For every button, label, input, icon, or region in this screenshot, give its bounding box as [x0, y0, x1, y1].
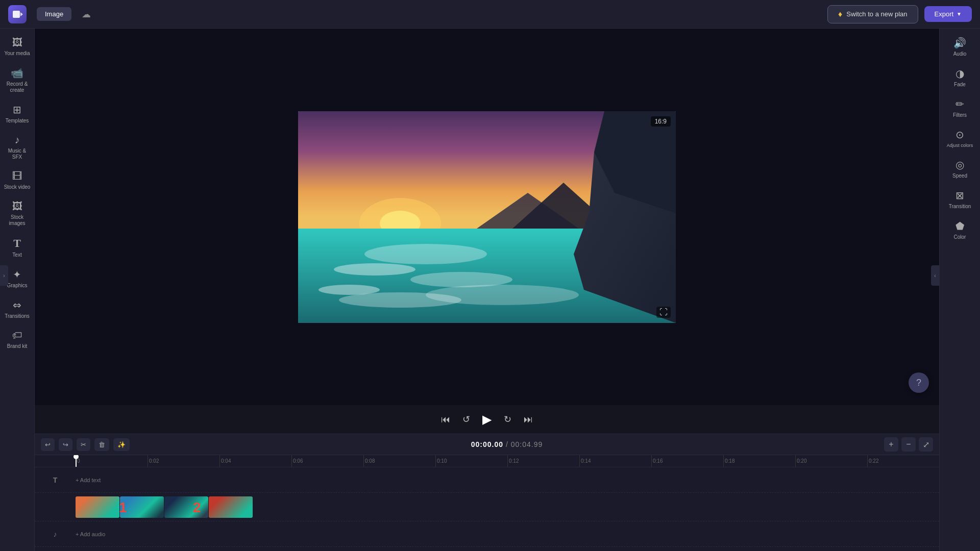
topbar: Image ☁ ♦ Switch to a new plan Export ▼	[0, 0, 980, 29]
sidebar-item-transitions[interactable]: ⇔ Transitions	[2, 295, 33, 323]
app-logo	[8, 5, 27, 23]
preview-area: 16:9 ⛶	[35, 29, 939, 405]
preview-scene	[298, 111, 676, 323]
cloud-icon-button[interactable]: ☁	[78, 7, 95, 22]
sidebar-item-label: Graphics	[7, 283, 27, 289]
stock-images-icon: 🖼	[12, 201, 22, 212]
sidebar-item-your-media[interactable]: 🖼 Your media	[2, 33, 33, 61]
ruler-mark: 0:14	[579, 455, 651, 467]
timeline-toolbar: ↩ ↪ ✂ 🗑 ✨ 00:00.00 / 00:04.99 + − ⤢	[35, 434, 939, 455]
skip-to-start-button[interactable]: ⏮	[439, 412, 452, 427]
sidebar-item-brand-kit[interactable]: 🏷 Brand kit	[2, 325, 33, 354]
export-label: Export	[935, 10, 954, 18]
sidebar-item-label: Record & create	[4, 81, 31, 93]
magic-button[interactable]: ✨	[113, 438, 130, 451]
zoom-out-button[interactable]: −	[901, 437, 916, 452]
ruler-mark: 0:12	[507, 455, 579, 467]
switch-plan-button[interactable]: ♦ Switch to a new plan	[827, 5, 918, 23]
sidebar-item-templates[interactable]: ⊞ Templates	[2, 99, 33, 128]
playback-controls: ⏮ ↺ ▶ ↻ ⏭	[35, 405, 939, 434]
add-audio-button[interactable]: + Add audio	[76, 531, 105, 537]
svg-rect-0	[13, 11, 20, 18]
export-button[interactable]: Export ▼	[924, 6, 972, 22]
sidebar-item-stock-images[interactable]: 🖼 Stock images	[2, 196, 33, 231]
ruler-mark: 0:10	[435, 455, 507, 467]
sidebar-item-stock-video[interactable]: 🎞 Stock video	[2, 166, 33, 194]
ruler-mark: 0:04	[219, 455, 291, 467]
help-button[interactable]: ?	[909, 372, 929, 393]
timeline-tracks: T + Add text 1 2	[35, 467, 939, 551]
preview-video: 16:9 ⛶	[298, 111, 676, 323]
sidebar-item-transition[interactable]: ⊠ Transition	[942, 185, 978, 214]
center-area: 16:9 ⛶ ⏮ ↺ ▶ ↻ ⏭ ↩ ↪ ✂ 🗑 ✨ 00:00.00 / 00…	[35, 29, 939, 551]
text-track-icon: T	[53, 476, 58, 484]
timeline-number-1: 1	[119, 499, 127, 516]
adjust-colors-icon: ⊙	[955, 129, 964, 141]
add-text-button[interactable]: + Add text	[76, 477, 101, 483]
timeline-ruler: 0 0:02 0:04 0:06 0:08 0:10 0:12 0:14 0:1…	[35, 455, 939, 467]
audio-track-label: ♪	[35, 530, 76, 538]
export-dropdown-arrow: ▼	[957, 11, 962, 17]
ruler-mark: 0:22	[867, 455, 939, 467]
play-button[interactable]: ▶	[480, 410, 494, 429]
ruler-marks: 0 0:02 0:04 0:06 0:08 0:10 0:12 0:14 0:1…	[76, 455, 939, 467]
ruler-mark: 0:18	[723, 455, 795, 467]
sidebar-item-label: Music & SFX	[4, 148, 31, 160]
skip-to-end-button[interactable]: ⏭	[522, 412, 535, 427]
tab-image[interactable]: Image	[37, 7, 71, 21]
svg-point-9	[334, 263, 415, 276]
sidebar-item-adjust-colors[interactable]: ⊙ Adjust colors	[942, 124, 978, 153]
audio-track-icon: ♪	[54, 530, 57, 538]
sidebar-item-label: Brand kit	[7, 343, 27, 349]
sidebar-item-label: Templates	[6, 118, 29, 124]
sidebar-item-label: Stock video	[4, 184, 31, 190]
templates-icon: ⊞	[13, 104, 21, 116]
music-icon: ♪	[15, 134, 20, 146]
redo-button[interactable]: ↪	[59, 438, 72, 451]
collapse-left-sidebar-button[interactable]: ›	[0, 265, 8, 286]
sidebar-item-filters[interactable]: ✏ Filters	[942, 94, 978, 122]
audio-track: ♪ + Add audio	[35, 521, 939, 547]
audio-icon: 🔊	[953, 37, 966, 49]
ruler-mark: 0:02	[148, 455, 219, 467]
undo-button[interactable]: ↩	[41, 438, 55, 451]
diamond-icon: ♦	[838, 10, 842, 19]
video-track-content	[76, 496, 253, 518]
rewind-button[interactable]: ↺	[460, 412, 472, 427]
timeline-current-time: 00:00.00	[471, 440, 503, 448]
ruler-mark: 0	[76, 455, 148, 467]
sidebar-item-fade[interactable]: ◑ Fade	[942, 63, 978, 92]
fit-timeline-button[interactable]: ⤢	[919, 437, 933, 452]
sidebar-item-color[interactable]: ⬟ Color	[942, 216, 978, 244]
sidebar-item-audio[interactable]: 🔊 Audio	[942, 33, 978, 61]
main-area: 🖼 Your media 📹 Record & create ⊞ Templat…	[0, 29, 980, 551]
sidebar-item-record-create[interactable]: 📹 Record & create	[2, 63, 33, 97]
sidebar-item-text[interactable]: T Text	[2, 233, 33, 262]
delete-button[interactable]: 🗑	[94, 438, 109, 451]
collapse-right-sidebar-button[interactable]: ‹	[931, 265, 939, 286]
video-clip-4[interactable]	[209, 496, 253, 518]
sidebar-item-transition-label: Transition	[949, 204, 971, 210]
svg-point-15	[339, 292, 461, 308]
filters-icon: ✏	[955, 98, 964, 110]
sidebar-item-audio-label: Audio	[953, 51, 967, 57]
sidebar-item-color-label: Color	[954, 234, 966, 240]
video-clip-3[interactable]	[164, 496, 208, 518]
media-icon: 🖼	[12, 37, 22, 48]
left-sidebar: 🖼 Your media 📹 Record & create ⊞ Templat…	[0, 29, 35, 551]
video-clip-1[interactable]	[76, 496, 119, 518]
forward-button[interactable]: ↻	[502, 412, 513, 427]
sidebar-item-music-sfx[interactable]: ♪ Music & SFX	[2, 130, 33, 164]
ruler-mark: 0:16	[651, 455, 723, 467]
sidebar-item-speed[interactable]: ◎ Speed	[942, 155, 978, 183]
graphics-icon: ✦	[13, 268, 21, 281]
sidebar-item-adjust-colors-label: Adjust colors	[947, 143, 973, 148]
timeline-area: ↩ ↪ ✂ 🗑 ✨ 00:00.00 / 00:04.99 + − ⤢ 0	[35, 434, 939, 551]
cut-button[interactable]: ✂	[77, 438, 90, 451]
text-track-label: T	[35, 476, 76, 484]
ruler-mark: 0:08	[363, 455, 435, 467]
timeline-time-display: 00:00.00 / 00:04.99	[134, 440, 880, 448]
sidebar-item-label: Your media	[4, 51, 30, 57]
fullscreen-button[interactable]: ⛶	[656, 307, 671, 318]
zoom-in-button[interactable]: +	[884, 437, 898, 452]
